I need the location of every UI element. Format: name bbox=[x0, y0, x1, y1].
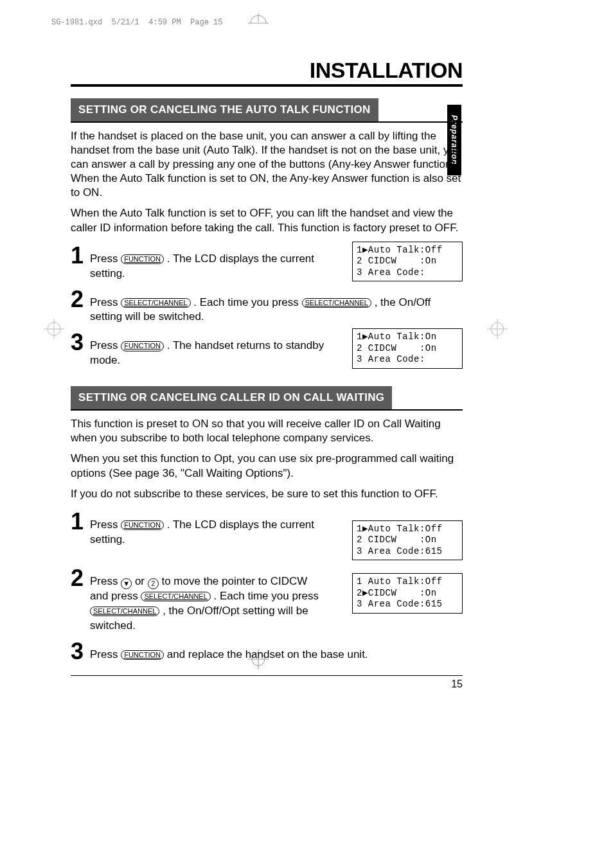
step-text: Press bbox=[90, 648, 121, 660]
step-3-cidcw: 3 Press FUNCTION and replace the handset… bbox=[71, 640, 463, 663]
down-arrow-icon: ▼ bbox=[121, 578, 132, 589]
step-number: 3 bbox=[71, 640, 90, 663]
print-header: SG-1981.qxd 5/21/1 4:59 PM Page 15 bbox=[51, 18, 222, 27]
two-key-icon: 2 bbox=[148, 578, 159, 589]
para-cidcw-3: If you do not subscribe to these service… bbox=[71, 487, 463, 501]
section-rule bbox=[71, 121, 463, 123]
step-number: 1 bbox=[71, 510, 90, 533]
section-banner-auto-talk: SETTING OR CANCELING THE AUTO TALK FUNCT… bbox=[71, 98, 378, 121]
step-3-auto-talk: 3 Press FUNCTION . The handset returns t… bbox=[71, 331, 352, 368]
select-channel-button-label: SELECT/CHANNEL bbox=[90, 607, 159, 616]
lcd-display-cidcw-2: 1 Auto Talk:Off 2▶CIDCW :On 3 Area Code:… bbox=[352, 573, 463, 614]
function-button-label: FUNCTION bbox=[121, 254, 164, 264]
para-auto-talk-1: If the handset is placed on the base uni… bbox=[71, 129, 463, 200]
step-number: 2 bbox=[71, 567, 90, 590]
function-button-label: FUNCTION bbox=[121, 520, 164, 530]
para-cidcw-1: This function is preset to ON so that yo… bbox=[71, 417, 463, 445]
step-2-cidcw: 2 Press ▼ or 2 to move the pointer to CI… bbox=[71, 567, 352, 633]
step-number: 3 bbox=[71, 331, 90, 354]
crop-mark-top bbox=[248, 13, 269, 33]
step-text: Press bbox=[90, 518, 121, 531]
step-2-auto-talk: 2 Press SELECT/CHANNEL . Each time you p… bbox=[71, 288, 463, 325]
step-1-cidcw: 1 Press FUNCTION . The LCD displays the … bbox=[71, 510, 352, 547]
lcd-display-auto-talk-on: 1▶Auto Talk:On 2 CIDCW :On 3 Area Code: bbox=[352, 328, 463, 369]
section-banner-cidcw: SETTING OR CANCELING CALLER ID ON CALL W… bbox=[71, 386, 392, 409]
step-text: or bbox=[132, 575, 148, 587]
para-cidcw-2: When you set this function to Opt, you c… bbox=[71, 452, 463, 480]
step-number: 1 bbox=[71, 244, 90, 267]
page-number: 15 bbox=[71, 675, 463, 690]
step-text: . Each time you press bbox=[211, 590, 319, 602]
step-text: Press bbox=[90, 296, 121, 308]
para-auto-talk-2: When the Auto Talk function is set to OF… bbox=[71, 206, 463, 235]
crop-mark-right bbox=[487, 319, 508, 339]
step-text: and replace the handset on the base unit… bbox=[164, 648, 368, 660]
select-channel-button-label: SELECT/CHANNEL bbox=[121, 298, 190, 308]
step-text: . Each time you press bbox=[191, 296, 302, 308]
select-channel-button-label: SELECT/CHANNEL bbox=[141, 592, 210, 601]
step-text: Press bbox=[90, 575, 121, 587]
title-rule bbox=[71, 84, 463, 87]
step-1-auto-talk: 1 Press FUNCTION . The LCD displays the … bbox=[71, 244, 352, 281]
crop-mark-left bbox=[44, 319, 64, 339]
step-text: Press bbox=[90, 252, 121, 265]
lcd-display-cidcw-1: 1▶Auto Talk:Off 2 CIDCW :On 3 Area Code:… bbox=[352, 520, 463, 561]
section-rule bbox=[71, 409, 463, 411]
lcd-display-auto-talk-off: 1▶Auto Talk:Off 2 CIDCW :On 3 Area Code: bbox=[352, 242, 463, 282]
step-text: Press bbox=[90, 339, 121, 351]
page-title: INSTALLATION bbox=[71, 58, 463, 83]
select-channel-button-label: SELECT/CHANNEL bbox=[302, 298, 371, 308]
function-button-label: FUNCTION bbox=[121, 650, 164, 660]
step-number: 2 bbox=[71, 288, 90, 311]
function-button-label: FUNCTION bbox=[121, 341, 164, 351]
